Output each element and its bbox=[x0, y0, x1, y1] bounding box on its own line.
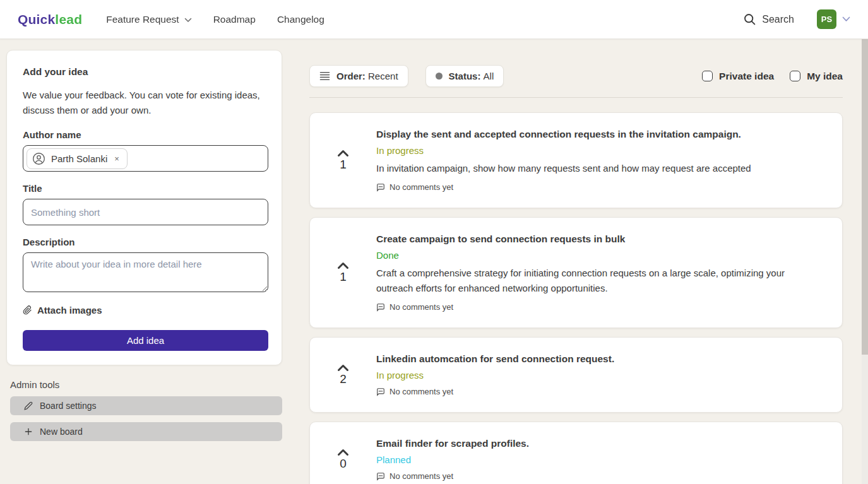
idea-comments[interactable]: No comments yet bbox=[376, 302, 823, 312]
ideas-panel: Order: Recent Status: All Private idea M… bbox=[309, 50, 843, 484]
brand-logo[interactable]: Quicklead bbox=[18, 12, 82, 27]
author-name-field[interactable]: Parth Solanki × bbox=[23, 145, 268, 172]
nav-item-label: Changelog bbox=[277, 14, 324, 25]
checkbox-box bbox=[790, 71, 800, 81]
main-nav: Feature Request Roadmap Changelog bbox=[106, 14, 324, 25]
nav-item-label: Roadmap bbox=[213, 14, 256, 25]
idea-title[interactable]: Linkedin automcation for send connection… bbox=[376, 353, 823, 365]
status-filter-label: Status: All bbox=[449, 71, 494, 81]
idea-card: 2 Linkedin automcation for send connecti… bbox=[309, 337, 843, 413]
idea-title[interactable]: Create campaign to send connection reque… bbox=[376, 233, 823, 245]
nav-item-changelog[interactable]: Changelog bbox=[277, 14, 324, 25]
chevron-up-icon bbox=[337, 262, 349, 269]
paperclip-icon bbox=[23, 305, 32, 315]
idea-status-badge: Planned bbox=[376, 454, 823, 465]
description-input[interactable] bbox=[23, 252, 268, 292]
idea-content: Linkedin automcation for send connection… bbox=[376, 353, 823, 396]
plus-icon bbox=[24, 427, 33, 436]
idea-comments[interactable]: No comments yet bbox=[376, 471, 823, 481]
attach-images-label: Attach images bbox=[37, 305, 102, 316]
new-board-button[interactable]: New board bbox=[10, 422, 282, 441]
brand-logo-primary: Quick bbox=[18, 12, 55, 27]
board-settings-button[interactable]: Board settings bbox=[10, 396, 282, 415]
private-idea-label: Private idea bbox=[719, 71, 774, 82]
comments-label: No comments yet bbox=[389, 387, 453, 396]
admin-tools-title: Admin tools bbox=[10, 379, 282, 390]
form-title: Add your idea bbox=[23, 66, 268, 78]
chevron-up-icon bbox=[337, 449, 349, 456]
idea-comments[interactable]: No comments yet bbox=[376, 387, 823, 396]
idea-content: Display the sent and accepted connection… bbox=[376, 129, 823, 192]
vote-count: 0 bbox=[340, 457, 347, 471]
pencil-icon bbox=[24, 401, 33, 410]
form-intro: We value your feedback. You can vote for… bbox=[23, 88, 268, 118]
checkbox-group: Private idea My idea bbox=[702, 71, 843, 82]
order-filter-label: Order: Recent bbox=[336, 71, 398, 81]
avatar-chevron-down-icon[interactable] bbox=[842, 16, 850, 22]
comments-label: No comments yet bbox=[389, 302, 453, 312]
private-idea-checkbox[interactable]: Private idea bbox=[702, 71, 774, 82]
chevron-down-icon bbox=[184, 18, 192, 23]
add-idea-button[interactable]: Add idea bbox=[23, 330, 268, 351]
idea-content: Email finder for scraped profiles. Plann… bbox=[376, 438, 823, 481]
attach-images-button[interactable]: Attach images bbox=[23, 305, 102, 316]
search-icon bbox=[743, 13, 756, 26]
idea-comments[interactable]: No comments yet bbox=[376, 182, 823, 192]
navbar: Quicklead Feature Request Roadmap Change… bbox=[0, 0, 868, 39]
chevron-up-icon bbox=[337, 364, 349, 372]
page-body: Add your idea We value your feedback. Yo… bbox=[0, 39, 868, 484]
idea-card: 0 Email finder for scraped profiles. Pla… bbox=[309, 422, 843, 484]
order-filter-button[interactable]: Order: Recent bbox=[309, 65, 408, 87]
idea-description: Craft a comprehensive strategy for initi… bbox=[376, 266, 823, 296]
my-idea-checkbox[interactable]: My idea bbox=[790, 71, 843, 82]
upvote-button[interactable]: 0 bbox=[310, 449, 376, 471]
idea-content: Create campaign to send connection reque… bbox=[376, 233, 823, 312]
admin-tools: Admin tools Board settings New board bbox=[6, 379, 282, 441]
board-settings-label: Board settings bbox=[40, 401, 97, 411]
upvote-button[interactable]: 1 bbox=[310, 150, 376, 172]
vote-count: 2 bbox=[340, 372, 347, 386]
brand-logo-secondary: lead bbox=[55, 12, 82, 27]
description-label: Description bbox=[23, 237, 268, 247]
comment-icon bbox=[376, 472, 385, 481]
my-idea-label: My idea bbox=[807, 71, 843, 82]
author-name-label: Author name bbox=[23, 129, 268, 140]
avatar[interactable]: PS bbox=[817, 9, 836, 29]
list-divider bbox=[309, 97, 843, 98]
comment-icon bbox=[376, 303, 385, 312]
chip-remove-icon[interactable]: × bbox=[113, 154, 121, 163]
comments-label: No comments yet bbox=[389, 182, 453, 192]
user-icon bbox=[32, 152, 45, 165]
idea-title[interactable]: Display the sent and accepted connection… bbox=[376, 129, 823, 140]
author-chip-name: Parth Solanki bbox=[51, 153, 107, 164]
status-filter-button[interactable]: Status: All bbox=[425, 65, 504, 87]
order-icon bbox=[319, 71, 330, 81]
checkbox-box bbox=[702, 71, 713, 81]
scrollbar-track[interactable] bbox=[862, 39, 868, 484]
author-chip: Parth Solanki × bbox=[27, 148, 128, 169]
filters-row: Order: Recent Status: All Private idea M… bbox=[309, 65, 843, 87]
idea-title[interactable]: Email finder for scraped profiles. bbox=[376, 438, 823, 449]
idea-status-badge: Done bbox=[376, 250, 823, 261]
idea-status-badge: In progress bbox=[376, 370, 823, 381]
idea-status-badge: In progress bbox=[376, 145, 823, 156]
search-label: Search bbox=[762, 14, 794, 25]
nav-item-roadmap[interactable]: Roadmap bbox=[213, 14, 256, 25]
nav-item-label: Feature Request bbox=[106, 14, 179, 25]
comments-label: No comments yet bbox=[389, 471, 453, 481]
comment-icon bbox=[376, 387, 385, 396]
navbar-right: Search PS bbox=[743, 9, 850, 29]
chevron-up-icon bbox=[337, 150, 349, 157]
search-button[interactable]: Search bbox=[743, 13, 794, 26]
idea-card: 1 Create campaign to send connection req… bbox=[309, 217, 843, 328]
scrollbar-thumb[interactable] bbox=[862, 39, 868, 355]
title-input[interactable] bbox=[23, 199, 268, 225]
idea-description: In invitation campaign, show how many re… bbox=[376, 161, 823, 176]
sidebar: Add your idea We value your feedback. Yo… bbox=[6, 50, 282, 448]
nav-item-feature-request[interactable]: Feature Request bbox=[106, 14, 191, 25]
add-idea-form: Add your idea We value your feedback. Yo… bbox=[6, 50, 282, 365]
upvote-button[interactable]: 1 bbox=[310, 262, 376, 284]
upvote-button[interactable]: 2 bbox=[310, 364, 376, 386]
comment-icon bbox=[376, 183, 385, 192]
status-dot-icon bbox=[436, 73, 443, 80]
